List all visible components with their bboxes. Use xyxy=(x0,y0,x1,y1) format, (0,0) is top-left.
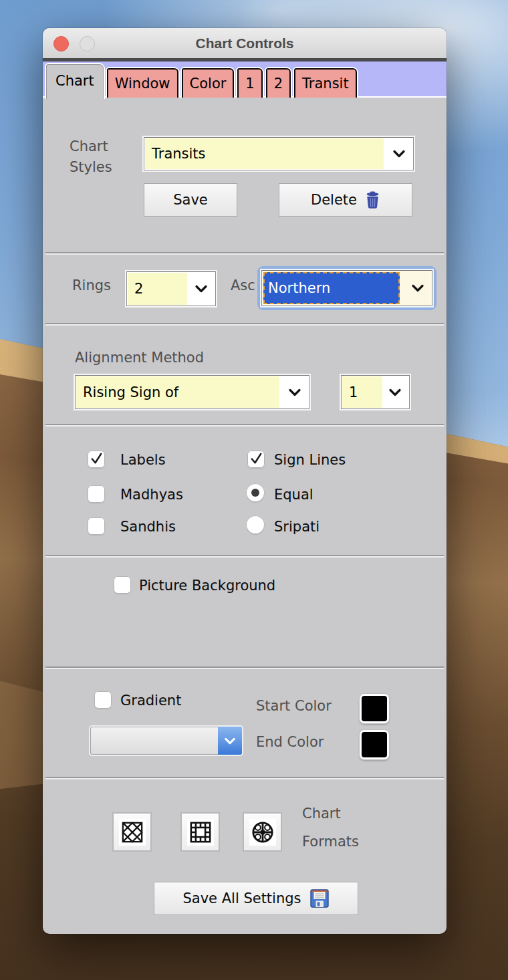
save-all-settings-button[interactable]: Save All Settings xyxy=(154,882,358,915)
sripati-radio[interactable] xyxy=(246,515,265,534)
end-color-label: End Color xyxy=(256,734,324,750)
trash-icon xyxy=(365,191,380,209)
tab-bar: Chart Window Color 1 2 Transit xyxy=(43,62,447,98)
chevron-down-icon xyxy=(195,285,208,293)
save-all-settings-label: Save All Settings xyxy=(182,890,301,906)
equal-radio[interactable] xyxy=(246,483,265,502)
gradient-checkbox-label: Gradient xyxy=(120,693,181,709)
sign-lines-checkbox[interactable] xyxy=(247,451,265,468)
chevron-down-icon xyxy=(411,284,424,292)
labels-checkbox[interactable] xyxy=(88,451,105,468)
sandhis-checkbox[interactable] xyxy=(88,517,105,535)
chart-styles-label-line2: Styles xyxy=(70,159,112,175)
gradient-checkbox[interactable] xyxy=(94,691,112,709)
chevron-down-icon xyxy=(388,388,402,396)
window-title: Chart Controls xyxy=(43,28,447,58)
end-color-swatch[interactable] xyxy=(360,730,389,759)
north-indian-chart-icon xyxy=(119,819,146,846)
asc-dropdown-focus-ring: Northern xyxy=(257,266,436,310)
tab-1[interactable]: 1 xyxy=(237,68,262,98)
chevron-down-icon xyxy=(224,737,236,745)
sign-lines-checkbox-label: Sign Lines xyxy=(274,452,346,468)
gradient-style-popup[interactable] xyxy=(90,727,242,755)
chart-formats-label-line1: Chart xyxy=(302,806,341,822)
tab-chart[interactable]: Chart xyxy=(46,64,104,99)
asc-dropdown[interactable]: Northern xyxy=(261,270,432,306)
tab-2[interactable]: 2 xyxy=(266,68,291,98)
labels-checkbox-label: Labels xyxy=(120,452,166,468)
delete-button[interactable]: Delete xyxy=(279,183,412,217)
south-indian-chart-format-button[interactable] xyxy=(180,812,220,852)
madhyas-checkbox-label: Madhyas xyxy=(120,487,183,503)
alignment-method-dropdown[interactable]: Rising Sign of xyxy=(75,375,309,409)
alignment-method-value: Rising Sign of xyxy=(83,384,178,400)
chart-styles-label-line1: Chart xyxy=(70,138,108,154)
section-divider xyxy=(45,424,444,426)
south-indian-chart-icon xyxy=(187,819,214,846)
delete-button-label: Delete xyxy=(311,192,357,208)
start-color-label: Start Color xyxy=(256,698,332,714)
rings-dropdown-value: 2 xyxy=(134,281,143,297)
minimize-button[interactable] xyxy=(80,36,95,51)
rings-dropdown[interactable]: 2 xyxy=(126,271,216,306)
chart-formats-label-line2: Formats xyxy=(302,834,359,850)
madhyas-checkbox[interactable] xyxy=(88,485,105,503)
alignment-number-value: 1 xyxy=(349,384,358,400)
sandhis-checkbox-label: Sandhis xyxy=(120,519,176,535)
save-button-label: Save xyxy=(173,192,208,208)
section-divider xyxy=(45,555,444,558)
chart-controls-window: Chart Controls Chart Window Color 1 2 Tr… xyxy=(43,28,447,934)
section-divider xyxy=(45,323,444,326)
alignment-number-dropdown[interactable]: 1 xyxy=(341,375,410,409)
chart-styles-dropdown-value: Transits xyxy=(152,146,206,162)
circular-chart-icon xyxy=(249,819,276,846)
chart-styles-dropdown[interactable]: Transits xyxy=(144,137,414,170)
close-button[interactable] xyxy=(53,36,69,51)
circular-chart-format-button[interactable] xyxy=(243,812,282,852)
asc-dropdown-value: Northern xyxy=(268,280,330,296)
section-divider xyxy=(45,252,444,255)
section-divider xyxy=(45,777,444,779)
north-indian-chart-format-button[interactable] xyxy=(112,812,152,852)
rings-label: Rings xyxy=(72,277,111,293)
picture-background-checkbox[interactable] xyxy=(114,576,131,594)
tab-window[interactable]: Window xyxy=(107,68,178,98)
desktop-wallpaper: Chart Controls Chart Window Color 1 2 Tr… xyxy=(0,0,508,980)
tab-color[interactable]: Color xyxy=(182,68,235,98)
sripati-radio-label: Sripati xyxy=(274,519,320,535)
chevron-down-icon xyxy=(392,150,406,158)
tab-transit[interactable]: Transit xyxy=(294,68,357,98)
section-divider xyxy=(45,666,444,669)
title-bar[interactable]: Chart Controls xyxy=(43,28,447,59)
equal-radio-label: Equal xyxy=(274,487,313,503)
floppy-disk-icon xyxy=(309,888,330,908)
popup-chevron-button xyxy=(218,727,242,755)
alignment-method-label: Alignment Method xyxy=(75,350,204,366)
start-color-swatch[interactable] xyxy=(360,694,389,723)
save-button[interactable]: Save xyxy=(144,183,237,217)
picture-background-checkbox-label: Picture Background xyxy=(139,578,275,594)
chevron-down-icon xyxy=(288,388,301,396)
asc-label: Asc xyxy=(231,277,255,293)
